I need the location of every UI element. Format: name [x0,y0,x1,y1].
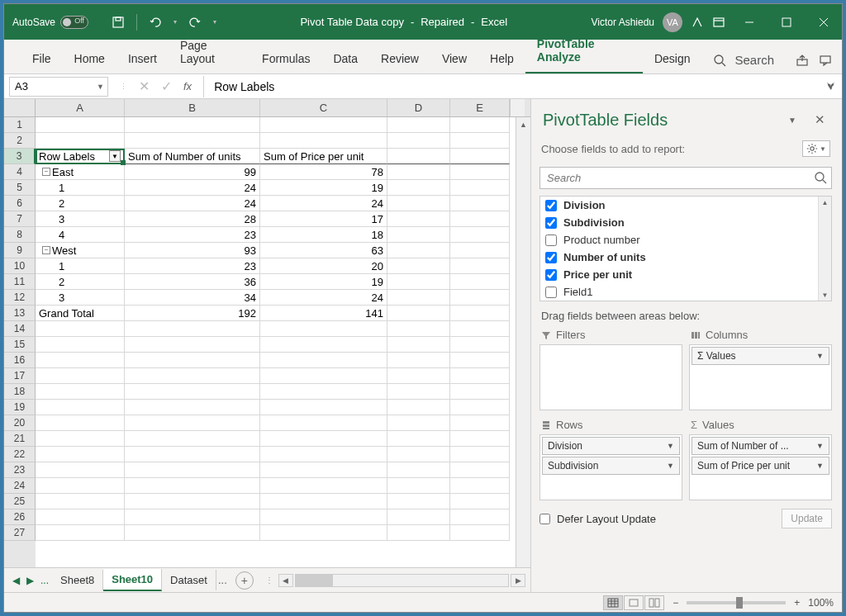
cell-A17[interactable] [36,368,125,384]
row-header-14[interactable]: 14 [4,321,36,337]
cell-D1[interactable] [387,117,450,133]
row-header-20[interactable]: 20 [4,415,36,431]
cell-D2[interactable] [387,133,450,149]
cell-C2[interactable] [260,133,387,149]
tab-data[interactable]: Data [321,44,369,73]
autosave-toggle[interactable]: Off [60,16,88,29]
sheet-tab-sheet8[interactable]: Sheet8 [52,570,103,590]
cell-E26[interactable] [450,509,510,525]
value-pill-num-units[interactable]: Sum of Number of ...▼ [692,437,829,455]
comments-icon[interactable] [819,54,832,67]
cell-E10[interactable] [450,258,510,274]
tab-review[interactable]: Review [369,44,430,73]
field-search-input[interactable] [539,167,832,189]
cell-D5[interactable] [387,180,450,196]
cell-E9[interactable] [450,243,510,258]
redo-icon[interactable] [188,16,202,29]
cell-B1[interactable] [125,117,260,133]
row-header-22[interactable]: 22 [4,447,36,462]
select-all-corner[interactable] [4,99,36,116]
tab-pivottable-analyze[interactable]: PivotTable Analyze [525,29,643,73]
row-header-16[interactable]: 16 [4,353,36,368]
cell-D15[interactable] [387,337,450,353]
close-pane-icon[interactable]: ✕ [811,109,829,130]
sheet-nav-prev[interactable]: ◀ [9,575,23,586]
cell-C13[interactable]: 141 [260,306,387,321]
row-header-23[interactable]: 23 [4,462,36,478]
cell-C21[interactable] [260,431,387,447]
column-pill-values[interactable]: Σ Values▼ [692,347,829,365]
zoom-out-button[interactable]: − [673,597,678,609]
scroll-up-icon[interactable]: ▲ [819,197,831,208]
cell-D13[interactable] [387,306,450,321]
columns-area[interactable]: Columns Σ Values▼ [689,327,832,410]
cell-B23[interactable] [125,462,260,478]
cell-A26[interactable] [36,509,125,525]
cell-C25[interactable] [260,494,387,509]
cell-B20[interactable] [125,415,260,431]
cell-A1[interactable] [36,117,125,133]
cell-A23[interactable] [36,462,125,478]
cell-D21[interactable] [387,431,450,447]
row-header-27[interactable]: 27 [4,525,36,541]
zoom-slider[interactable] [687,601,786,604]
cell-A25[interactable] [36,494,125,509]
page-break-view-button[interactable] [644,595,664,610]
cell-B2[interactable] [125,133,260,149]
row-header-19[interactable]: 19 [4,400,36,415]
cell-B3[interactable]: Sum of Number of units [125,149,260,164]
cell-E1[interactable] [450,117,510,133]
chevron-down-icon[interactable]: ▼ [667,462,674,470]
cell-B22[interactable] [125,447,260,462]
values-area[interactable]: ΣValues Sum of Number of ...▼ Sum of Pri… [689,417,832,500]
rows-area[interactable]: Rows Division▼ Subdivision▼ [539,417,682,500]
cell-B27[interactable] [125,525,260,541]
row-header-2[interactable]: 2 [4,133,36,149]
field-checkbox[interactable] [545,235,557,246]
cell-B17[interactable] [125,368,260,384]
cell-C11[interactable]: 19 [260,274,387,290]
cell-C18[interactable] [260,384,387,400]
field-checkbox[interactable] [545,252,557,263]
field-item-subdivision[interactable]: Subdivision [540,214,818,231]
row-header-4[interactable]: 4 [4,164,36,180]
zoom-in-button[interactable]: + [794,597,800,609]
cell-E13[interactable] [450,306,510,321]
row-header-10[interactable]: 10 [4,258,36,274]
field-list-scrollbar[interactable]: ▲ ▼ [818,197,831,301]
cell-E11[interactable] [450,274,510,290]
zoom-level[interactable]: 100% [808,597,834,609]
cell-E5[interactable] [450,180,510,196]
cell-E23[interactable] [450,462,510,478]
cell-E18[interactable] [450,384,510,400]
cell-D16[interactable] [387,353,450,368]
cell-B5[interactable]: 24 [125,180,260,196]
cell-D10[interactable] [387,258,450,274]
row-header-11[interactable]: 11 [4,274,36,290]
row-header-12[interactable]: 12 [4,290,36,306]
spreadsheet-grid[interactable]: A B C D E 123456789101112131415161718192… [4,99,531,592]
update-button[interactable]: Update [782,509,832,528]
cell-D3[interactable] [387,149,450,164]
cell-B25[interactable] [125,494,260,509]
row-pill-subdivision[interactable]: Subdivision▼ [542,457,680,475]
cell-E21[interactable] [450,431,510,447]
row-header-8[interactable]: 8 [4,227,36,243]
tell-me-search[interactable]: Search [701,53,786,73]
close-button[interactable] [805,4,842,40]
cell-E2[interactable] [450,133,510,149]
cell-B16[interactable] [125,353,260,368]
tab-insert[interactable]: Insert [116,44,169,73]
row-header-1[interactable]: 1 [4,117,36,133]
cell-E27[interactable] [450,525,510,541]
cell-A20[interactable] [36,415,125,431]
cell-E16[interactable] [450,353,510,368]
cell-A7[interactable]: 3 [36,211,125,227]
cell-C12[interactable]: 24 [260,290,387,306]
cell-C17[interactable] [260,368,387,384]
fields-settings-button[interactable]: ▼ [802,140,830,157]
chevron-down-icon[interactable]: ▼ [667,442,674,450]
cell-E14[interactable] [450,321,510,337]
cell-D18[interactable] [387,384,450,400]
save-icon[interactable] [112,16,125,29]
